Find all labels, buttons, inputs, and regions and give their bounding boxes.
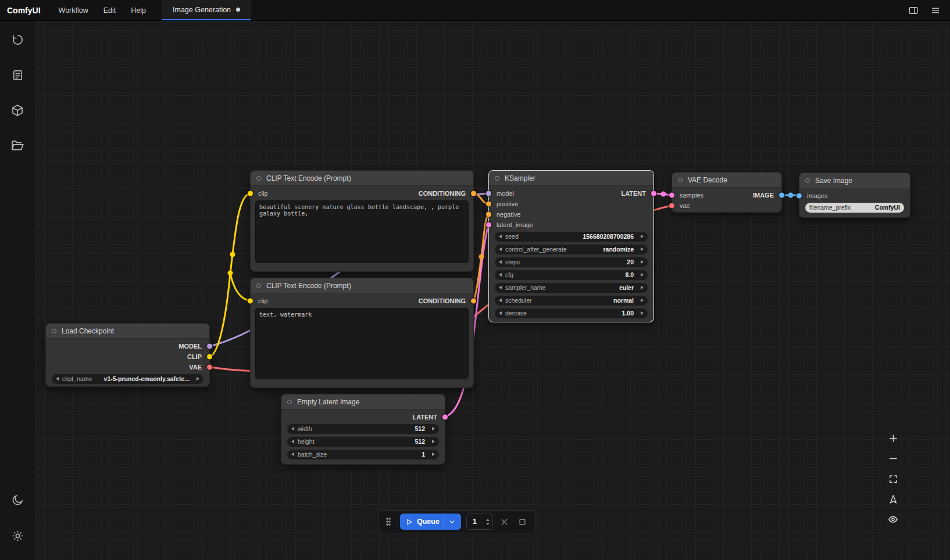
workflows-folder-icon[interactable] — [6, 134, 29, 157]
node-header[interactable]: Empty Latent Image — [281, 394, 445, 410]
decrement-icon[interactable] — [291, 440, 294, 443]
node-ksampler[interactable]: KSampler model LATENT positive negative … — [488, 170, 654, 322]
input-port-positive[interactable] — [486, 202, 491, 207]
node-clip-text-encode-negative[interactable]: CLIP Text Encode (Prompt) clip CONDITION… — [250, 278, 474, 388]
menu-workflow[interactable]: Workflow — [51, 0, 96, 20]
widget-batch-size[interactable]: batch_size 1 — [287, 450, 439, 460]
input-port-images[interactable] — [797, 193, 802, 199]
drag-handle-icon[interactable] — [382, 515, 395, 528]
output-port-latent[interactable] — [651, 191, 656, 196]
node-save-image[interactable]: Save Image images filename_prefix ComfyU… — [799, 173, 910, 218]
decrement-icon[interactable] — [291, 453, 294, 456]
decrement-icon[interactable] — [486, 523, 490, 525]
decrement-icon[interactable] — [499, 247, 502, 251]
increment-icon[interactable] — [641, 273, 644, 277]
node-graph-canvas[interactable]: Load Checkpoint MODEL CLIP VAE ckpt_name… — [35, 21, 950, 560]
output-port-conditioning[interactable] — [471, 299, 476, 304]
cancel-icon[interactable] — [498, 515, 511, 528]
zoom-out-icon[interactable] — [885, 450, 901, 466]
pointer-icon[interactable] — [885, 491, 901, 507]
collapse-dot-icon[interactable] — [678, 178, 683, 182]
input-port-model[interactable] — [486, 191, 491, 196]
widget-control-after-generate[interactable]: control_after_generate randomize — [495, 245, 648, 254]
collapse-dot-icon[interactable] — [256, 283, 261, 288]
input-port-clip[interactable] — [248, 299, 253, 304]
chevron-down-icon[interactable] — [448, 518, 456, 526]
widget-cfg[interactable]: cfg 8.0 — [495, 270, 648, 280]
increment-icon[interactable] — [432, 440, 435, 443]
reroute-dot-clip-2[interactable] — [230, 252, 235, 257]
increment-icon[interactable] — [197, 377, 199, 380]
node-header[interactable]: Load Checkpoint — [46, 324, 209, 339]
output-port-latent[interactable] — [442, 415, 448, 420]
menu-help[interactable]: Help — [123, 0, 153, 20]
reroute-dot-latent[interactable] — [661, 192, 666, 197]
theme-moon-icon[interactable] — [6, 489, 29, 512]
widget-seed[interactable]: seed 156680208700286 — [495, 232, 648, 242]
panel-toggle-icon[interactable] — [903, 2, 923, 19]
node-clip-text-encode-positive[interactable]: CLIP Text Encode (Prompt) clip CONDITION… — [250, 170, 474, 272]
queue-icon[interactable] — [6, 63, 29, 87]
decrement-icon[interactable] — [499, 299, 502, 302]
node-header[interactable]: KSampler — [489, 171, 653, 186]
prompt-text-input[interactable]: beautiful scenery nature glass bottle la… — [255, 200, 469, 263]
prompt-text-input[interactable]: text, watermark — [255, 308, 469, 379]
collapse-dot-icon[interactable] — [256, 176, 261, 181]
collapse-dot-icon[interactable] — [495, 176, 499, 181]
stop-icon[interactable] — [516, 515, 529, 528]
collapse-dot-icon[interactable] — [805, 178, 810, 183]
fit-view-icon[interactable] — [885, 471, 901, 487]
node-header[interactable]: CLIP Text Encode (Prompt) — [251, 171, 473, 186]
widget-steps[interactable]: steps 20 — [495, 257, 648, 267]
widget-ckpt-name[interactable]: ckpt_name v1-5-pruned-emaonly.safete... — [52, 374, 203, 384]
eye-icon[interactable] — [885, 511, 901, 527]
node-load-checkpoint[interactable]: Load Checkpoint MODEL CLIP VAE ckpt_name… — [45, 323, 210, 387]
increment-icon[interactable] — [432, 453, 435, 456]
collapse-dot-icon[interactable] — [52, 329, 56, 333]
node-empty-latent-image[interactable]: Empty Latent Image LATENT width 512 heig… — [281, 394, 445, 465]
queue-button[interactable]: Queue — [400, 514, 461, 530]
widget-width[interactable]: width 512 — [287, 424, 439, 434]
wire-clip-negative[interactable] — [230, 273, 250, 301]
decrement-icon[interactable] — [499, 260, 502, 264]
increment-icon[interactable] — [486, 519, 490, 521]
decrement-icon[interactable] — [291, 427, 294, 430]
output-port-image[interactable] — [779, 193, 784, 198]
menu-icon[interactable] — [926, 2, 945, 19]
input-port-latent-image[interactable] — [486, 222, 491, 228]
widget-sampler-name[interactable]: sampler_name euler — [495, 283, 648, 293]
widget-height[interactable]: height 512 — [287, 437, 439, 447]
output-port-conditioning[interactable] — [471, 191, 476, 196]
increment-icon[interactable] — [641, 235, 644, 238]
node-vae-decode[interactable]: VAE Decode samples IMAGE vae — [672, 172, 782, 213]
increment-icon[interactable] — [641, 286, 644, 289]
decrement-icon[interactable] — [499, 273, 502, 277]
zoom-in-icon[interactable] — [885, 430, 901, 446]
model-library-icon[interactable] — [6, 99, 29, 122]
decrement-icon[interactable] — [499, 286, 502, 289]
widget-filename-prefix[interactable]: filename_prefix ComfyUI — [805, 203, 904, 213]
increment-icon[interactable] — [641, 260, 644, 264]
increment-icon[interactable] — [641, 299, 644, 302]
decrement-icon[interactable] — [499, 311, 502, 315]
reroute-dot-image[interactable] — [788, 193, 794, 198]
input-port-negative[interactable] — [486, 212, 491, 217]
menu-edit[interactable]: Edit — [96, 0, 124, 20]
tab-image-generation[interactable]: Image Generation — [162, 0, 251, 20]
workflow-history-icon[interactable] — [6, 28, 29, 51]
decrement-icon[interactable] — [56, 377, 59, 380]
input-port-clip[interactable] — [248, 191, 253, 196]
increment-icon[interactable] — [641, 311, 644, 315]
node-header[interactable]: VAE Decode — [672, 173, 781, 188]
increment-icon[interactable] — [432, 427, 435, 430]
output-port-model[interactable] — [207, 344, 212, 349]
output-port-vae[interactable] — [207, 365, 212, 370]
increment-icon[interactable] — [641, 247, 644, 251]
node-header[interactable]: Save Image — [799, 173, 910, 188]
input-port-samples[interactable] — [669, 193, 674, 198]
decrement-icon[interactable] — [499, 235, 502, 238]
collapse-dot-icon[interactable] — [287, 400, 292, 404]
input-port-vae[interactable] — [669, 203, 674, 209]
batch-count-input[interactable]: 1 — [466, 514, 493, 530]
output-port-clip[interactable] — [207, 354, 212, 360]
